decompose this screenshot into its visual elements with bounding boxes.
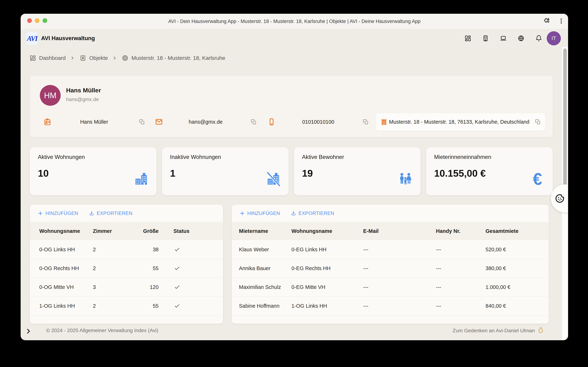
scrollbar-thumb[interactable] — [563, 49, 567, 190]
breadcrumb-item-dashboard[interactable]: Dashboard — [29, 54, 66, 62]
memorial-text: Zum Gedenken an Avi-Daniel Ulman — [453, 328, 535, 334]
apartments-table-header: Wohnungsname Zimmer Größe Status — [30, 222, 223, 240]
app-name: AVI Hausverwaltung — [41, 35, 95, 42]
mail-icon — [155, 118, 163, 126]
stat-card-active-apartments: Aktive Wohnungen 10 — [30, 147, 156, 195]
tenants-table-card: HINZUFÜGEN EXPORTIEREN Mietername Wohnun… — [232, 205, 549, 324]
breadcrumb-label: Objekte — [89, 55, 108, 61]
browser-menu-icon[interactable] — [557, 17, 566, 25]
sidebar-expand-chevron[interactable] — [25, 327, 33, 335]
download-icon — [89, 210, 95, 216]
tenants-table-header: Mietername Wohnungsname E-Mail Handy Nr.… — [232, 222, 549, 240]
owner-avatar: HM — [40, 85, 61, 106]
stat-card-rental-income: Mieterinneneinnahmen 10.155,00 € € — [426, 147, 553, 195]
stat-value: 10 — [38, 167, 49, 179]
address-chip: Musterstr. 18 - Musterstr. 18, 76133, Ka… — [376, 113, 545, 131]
contact-email-value: hans@gmx.de — [165, 118, 246, 126]
copyright-text: © 2024 - 2025 Allgemeiner Verwaltung Ind… — [46, 328, 158, 333]
stat-label: Aktive Bewohner — [302, 154, 344, 160]
browser-titlebar: AVI - Dein Hausverwaltung App - Musterst… — [21, 14, 568, 29]
check-icon — [173, 265, 181, 272]
export-button[interactable]: EXPORTIEREN — [89, 210, 132, 216]
stat-label: Inaktive Wohnungen — [170, 154, 221, 160]
contact-address-value: Musterstr. 18 - Musterstr. 18, 76133, Ka… — [389, 119, 529, 125]
euro-icon: € — [530, 171, 545, 187]
copy-icon[interactable] — [250, 118, 257, 125]
owner-email: hans@gmx.de — [66, 97, 99, 102]
breadcrumb: Dashboard Objekte Musterst — [29, 52, 225, 64]
dashboard-grid-icon[interactable] — [464, 35, 471, 42]
copy-icon[interactable] — [138, 118, 145, 125]
apartments-toolbar: HINZUFÜGEN EXPORTIEREN — [30, 205, 223, 222]
chevron-right-icon — [112, 56, 117, 60]
smartphone-icon — [268, 118, 276, 126]
table-row[interactable]: 0-OG Links HH238 — [30, 240, 223, 259]
contact-name-value: Hans Müller — [53, 118, 135, 126]
breadcrumb-label: Musterstr. 18 - Musterstr. 18, Karlsruhe — [131, 55, 225, 61]
cookie-icon — [554, 193, 565, 204]
contact-card-icon — [79, 54, 87, 62]
table-row[interactable]: 0-OG Rechts HH255 — [30, 259, 223, 278]
copy-icon[interactable] — [362, 118, 369, 125]
browser-tab-title: AVI - Dein Hausverwaltung App - Musterst… — [21, 14, 568, 29]
contact-phone-value: 01010010100 — [277, 118, 359, 126]
bell-icon[interactable] — [535, 35, 542, 42]
check-icon — [173, 246, 181, 253]
stat-label: Mieterinneneinnahmen — [434, 154, 491, 160]
table-row[interactable]: Maximilian Schulz0-EG Mitte VH------1.00… — [232, 278, 549, 297]
stat-label: Aktive Wohnungen — [38, 154, 85, 160]
eye-icon — [121, 54, 129, 62]
candle-flame-icon — [538, 326, 544, 335]
id-badge-icon — [43, 118, 52, 126]
chevron-right-icon — [70, 56, 75, 60]
add-button[interactable]: HINZUFÜGEN — [37, 210, 78, 216]
tenants-toolbar: HINZUFÜGEN EXPORTIEREN — [232, 205, 549, 222]
apartments-table-card: HINZUFÜGEN EXPORTIEREN Wohnungsname Zimm… — [30, 205, 223, 324]
building-slash-icon — [266, 171, 281, 187]
download-icon — [291, 210, 296, 216]
stat-value: 10.155,00 € — [434, 167, 486, 179]
stat-value: 19 — [302, 167, 313, 179]
export-button[interactable]: EXPORTIEREN — [291, 210, 334, 216]
memorial-note: Zum Gedenken an Avi-Daniel Ulman — [453, 326, 544, 335]
owner-profile-card: HM Hans Müller hans@gmx.de Hans Müller — [30, 75, 553, 137]
breadcrumb-item-current[interactable]: Musterstr. 18 - Musterstr. 18, Karlsruhe — [121, 54, 225, 62]
building-solid-icon — [380, 118, 388, 126]
table-row[interactable]: 0-OG Mitte VH3120 — [30, 278, 223, 297]
table-row[interactable]: Klaus Weber0-EG Links HH------520,00 € — [232, 240, 549, 259]
breadcrumb-label: Dashboard — [39, 55, 66, 61]
plus-icon — [239, 210, 245, 216]
add-button[interactable]: HINZUFÜGEN — [239, 210, 280, 216]
plus-icon — [37, 210, 43, 216]
user-avatar[interactable]: IT — [547, 31, 561, 45]
check-icon — [173, 284, 181, 291]
dashboard-grid-icon — [29, 54, 37, 62]
browser-window: AVI - Dein Hausverwaltung App - Musterst… — [21, 14, 568, 340]
breadcrumb-item-objekte[interactable]: Objekte — [79, 54, 108, 62]
app-header: AVI AVI Hausverwaltung — [21, 29, 568, 48]
copy-icon[interactable] — [534, 118, 541, 125]
app-logo[interactable]: AVI — [26, 32, 38, 45]
table-row[interactable]: Sabine Hoffmann1-OG Links HH------840,00… — [232, 297, 549, 316]
building-icon[interactable] — [482, 35, 489, 42]
owner-name: Hans Müller — [66, 87, 101, 94]
globe-icon[interactable] — [517, 35, 525, 42]
stat-card-active-residents: Aktive Bewohner 19 — [294, 147, 421, 195]
check-icon — [173, 302, 181, 309]
stat-value: 1 — [170, 167, 175, 179]
laptop-icon[interactable] — [500, 35, 507, 42]
family-icon — [398, 171, 413, 187]
table-row[interactable]: 1-OG Links HH255 — [30, 297, 223, 316]
table-row[interactable]: Annika Bauer0-EG Rechts HH------380,00 € — [232, 259, 549, 278]
extensions-icon[interactable] — [542, 17, 551, 25]
building-solid-icon — [134, 171, 149, 187]
cookie-settings-button[interactable] — [551, 184, 568, 212]
stat-card-inactive-apartments: Inaktive Wohnungen 1 — [162, 147, 289, 195]
